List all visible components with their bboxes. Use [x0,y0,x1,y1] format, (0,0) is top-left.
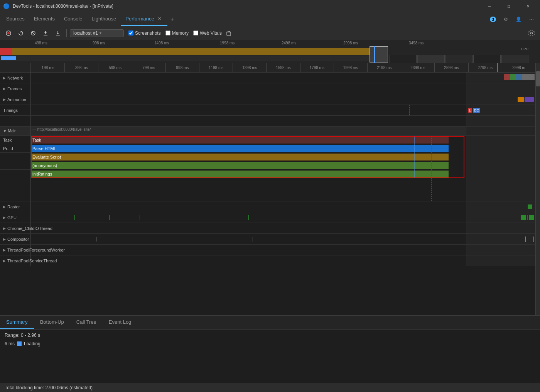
network-label[interactable]: ▶ Network [0,73,31,83]
svg-point-1 [7,32,10,34]
titlebar-title: DevTools - localhost:8080/travel-site/ -… [13,3,478,9]
animation-badge-2 [525,97,534,102]
timings-l-badge: L [468,108,472,113]
flame-label-empty3 [0,170,30,178]
compositor-label[interactable]: ▶ Compositor [0,234,31,244]
timings-label-text: Timings [3,108,18,113]
timings-cursor [409,105,410,115]
screenshot-thumb-3 [446,55,472,63]
animation-right [466,94,535,105]
raster-label[interactable]: ▶ Raster [0,201,31,212]
flame-bar-task[interactable]: Task [31,137,449,144]
flame-bar-parse-html[interactable]: Parse HTML [31,145,449,152]
vertical-scrollbar[interactable] [535,63,540,315]
memory-checkbox-label[interactable]: Memory [165,30,189,36]
gpu-tick-3 [140,215,140,220]
tab-event-log-label: Event Log [109,319,132,325]
timeline-viewport[interactable] [370,46,388,63]
thread-pool-fg-label[interactable]: ▶ ThreadPoolForegroundWorker [0,245,31,255]
notification-badge: 3 [490,17,496,22]
timings-label[interactable]: Timings [0,105,31,115]
raster-right [466,201,535,212]
tab-elements[interactable]: Elements [29,12,59,26]
more-button[interactable]: ⋯ [526,15,537,24]
ruler-998: 998 ms [165,63,199,73]
flame-label-empty2 [0,161,30,170]
tab-console[interactable]: Console [59,12,87,26]
toolbar: localhost #1 ▾ Screenshots Memory Web Vi… [0,26,540,40]
raster-content [31,201,466,212]
tab-call-tree[interactable]: Call Tree [70,316,103,329]
memory-checkbox[interactable] [165,30,170,35]
animation-label[interactable]: ▶ Animation [0,94,31,105]
frames-label-text: Frames [7,86,22,91]
tab-lighthouse[interactable]: Lighthouse [87,12,121,26]
flame-label-task: Task [0,136,30,144]
tab-add-button[interactable]: + [167,12,177,26]
gpu-label[interactable]: ▶ GPU [0,212,31,223]
gpu-indicator-2 [529,215,534,220]
notifications-button[interactable]: 3 [487,15,499,24]
tabbar: Sources Elements Console Lighthouse Perf… [0,12,540,26]
tab-performance-close[interactable]: ✕ [157,16,163,22]
scrollbar-thumb[interactable] [536,71,540,86]
post-flame-label [0,178,31,201]
flame-bar-evaluate-script[interactable]: Evaluate Script [31,154,449,161]
gpu-expand-icon: ▶ [3,216,6,220]
share-button[interactable]: 👤 [513,15,525,24]
maximize-button[interactable]: □ [500,0,518,12]
bottom-panel: Summary Bottom-Up Call Tree Event Log Ra… [0,315,540,392]
upload-button[interactable] [40,28,51,39]
ruler-1198: 1198 ms [199,63,233,73]
ruler-mark-2998: 2998 ms [343,41,358,45]
thread-pool-svc-track: ▶ ThreadPoolServiceThread [0,255,535,266]
chrome-child-io-label[interactable]: ▶ Chrome_ChildIOThread [0,223,31,233]
screenshots-label: Screenshots [135,30,161,36]
tab-event-log[interactable]: Event Log [103,316,138,329]
web-vitals-checkbox-label[interactable]: Web Vitals [193,30,222,36]
tab-performance[interactable]: Performance ✕ [121,12,167,26]
reload-button[interactable] [15,28,26,39]
main-thread-label[interactable]: ▼ Main [0,127,31,135]
flame-right [466,136,535,178]
url-selector[interactable]: localhost #1 ▾ [70,29,124,37]
record-button[interactable] [3,28,14,39]
flame-bar-init-ratings[interactable]: initRatings [31,171,449,177]
screenshots-checkbox[interactable] [128,30,133,35]
flame-bar-anonymous-label: (anonymous) [32,163,57,168]
timeline-overview[interactable]: 498 ms 998 ms 1498 ms 1998 ms 2498 ms 29… [0,40,540,63]
compositor-content [31,234,466,244]
flame-bar-anonymous[interactable]: (anonymous) [31,162,449,169]
web-vitals-label: Web Vitals [200,30,222,36]
main-thread-header: ▼ Main — http://localhost:8080/travel-si… [0,127,535,136]
close-button[interactable]: ✕ [519,0,537,12]
settings-gear-button[interactable] [526,28,537,39]
gpu-right [466,212,535,223]
minimize-button[interactable]: ─ [481,0,498,12]
ruler-mark-2498: 2498 ms [282,41,296,45]
frames-label[interactable]: ▶ Frames [0,83,31,94]
flame-chart-area: Task Pr...d Task Parse HTML [0,136,535,178]
loading-label: Loading [24,341,40,346]
cpu-bar-red [0,48,12,55]
screenshots-checkbox-label[interactable]: Screenshots [128,30,161,36]
thread-pool-svc-label[interactable]: ▶ ThreadPoolServiceThread [0,255,31,266]
ruler-798: 798 ms [132,63,165,73]
tab-summary[interactable]: Summary [0,316,34,329]
tab-sources[interactable]: Sources [2,12,29,26]
net-bar-item [1,56,16,60]
clear-button[interactable] [28,28,39,39]
flame-label-empty1 [0,153,30,161]
timings-dc-badge: DC [473,108,480,113]
ruler-1798: 1798 ms [300,63,334,73]
tab-console-label: Console [64,16,83,22]
loading-ms: 6 ms [5,341,15,346]
download-button[interactable] [52,28,63,39]
tab-bottom-up[interactable]: Bottom-Up [34,316,70,329]
trash-button[interactable] [223,28,234,39]
gpu-label-text: GPU [7,215,17,220]
settings-button[interactable]: ⚙ [501,15,511,24]
compositor-tick-2 [253,237,253,242]
thread-pool-fg-expand: ▶ [3,248,6,252]
web-vitals-checkbox[interactable] [193,30,198,35]
